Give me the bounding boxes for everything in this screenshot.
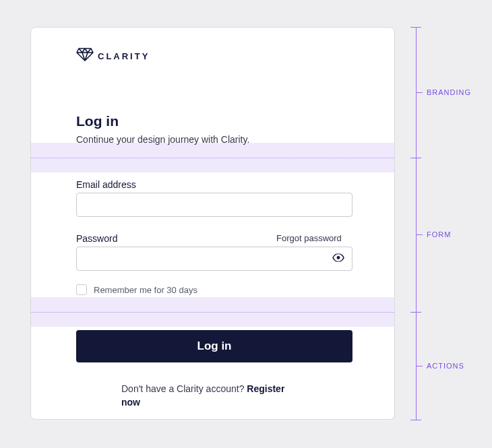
password-field-wrap — [76, 247, 352, 271]
page-title: Log in — [76, 113, 119, 129]
annotation-actions: ACTIONS — [427, 362, 464, 370]
toggle-password-visibility-button[interactable] — [330, 251, 347, 267]
annotation-branding: BRANDING — [427, 88, 471, 96]
login-button[interactable]: Log in — [76, 330, 352, 362]
section-divider-2 — [31, 312, 394, 313]
bracket-actions-mid — [416, 366, 423, 366]
eye-icon — [332, 254, 344, 264]
password-label: Password — [76, 233, 117, 244]
forgot-password-link[interactable]: Forgot password — [276, 233, 342, 243]
brand-logo: CLARITY — [76, 48, 150, 64]
register-prompt-text: Don't have a Clarity account? — [121, 383, 247, 394]
annotation-form: FORM — [427, 230, 451, 238]
bracket-form-mid — [416, 234, 423, 235]
bracket-actions-bottom — [410, 420, 421, 420]
bracket-branding-mid — [416, 92, 423, 93]
email-label: Email address — [76, 179, 136, 190]
remember-label: Remember me for 30 days — [94, 285, 197, 295]
page-subtitle: Continue your design journey with Clarit… — [76, 134, 249, 145]
remember-checkbox[interactable] — [76, 284, 87, 295]
email-field[interactable] — [76, 193, 352, 217]
brand-name: CLARITY — [98, 51, 150, 61]
section-divider-1 — [31, 158, 394, 158]
bracket-branding-top — [410, 27, 421, 28]
remember-row: Remember me for 30 days — [76, 284, 197, 295]
svg-point-0 — [337, 256, 340, 259]
register-prompt: Don't have a Clarity account? Register n… — [121, 383, 297, 409]
password-field[interactable] — [76, 247, 352, 271]
diamond-icon — [76, 48, 94, 64]
